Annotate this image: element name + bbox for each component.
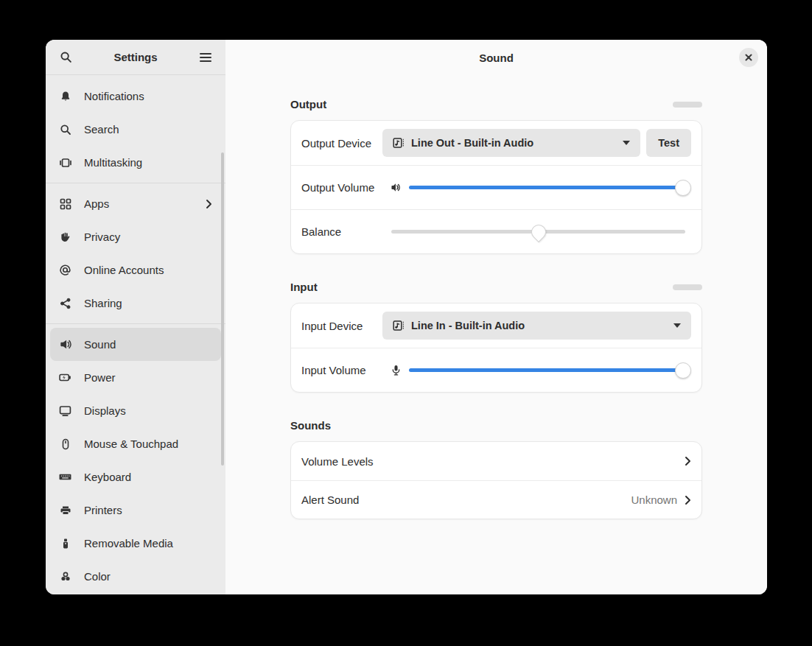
balance-handle[interactable]	[528, 221, 548, 242]
sidebar-item-keyboard[interactable]: Keyboard	[50, 460, 221, 494]
main-headerbar: Sound	[225, 40, 767, 75]
sidebar-title: Settings	[78, 51, 193, 63]
sidebar-item-notifications[interactable]: Notifications	[50, 80, 221, 113]
sidebar: Settings Notifications Search	[46, 40, 225, 594]
sidebar-item-label: Displays	[84, 404, 212, 417]
sidebar-item-color[interactable]: Color	[50, 560, 221, 593]
speaker-icon	[59, 338, 71, 351]
slider-fill	[409, 186, 683, 189]
close-button[interactable]	[739, 48, 758, 67]
sidebar-item-label: Online Accounts	[84, 264, 212, 276]
close-icon	[744, 53, 753, 62]
chevron-right-icon	[685, 495, 691, 505]
hamburger-icon	[200, 53, 211, 62]
input-card: Input Device Line In - Built-in Audio In…	[290, 303, 702, 393]
sounds-section-header: Sounds	[290, 419, 702, 432]
sidebar-item-label: Mouse & Touchpad	[84, 438, 212, 450]
sidebar-item-displays[interactable]: Displays	[50, 394, 221, 427]
printer-icon	[59, 504, 71, 516]
bell-icon	[59, 90, 71, 102]
sidebar-nav: Notifications Search Multitasking Apps	[46, 75, 225, 594]
sidebar-item-multitasking[interactable]: Multitasking	[50, 146, 221, 179]
sidebar-item-label: Apps	[84, 197, 193, 210]
audio-card-icon	[393, 320, 405, 331]
alert-sound-row[interactable]: Alert Sound Unknown	[291, 480, 701, 519]
mouse-icon	[59, 438, 71, 450]
sidebar-headerbar: Settings	[46, 40, 225, 75]
input-device-value: Line In - Built-in Audio	[411, 320, 667, 331]
output-card: Output Device Line Out - Built-in Audio …	[290, 120, 702, 254]
sidebar-scrollbar[interactable]	[221, 152, 224, 466]
output-device-dropdown[interactable]: Line Out - Built-in Audio	[382, 129, 640, 157]
search-icon	[59, 123, 71, 136]
input-device-row: Input Device Line In - Built-in Audio	[291, 303, 701, 348]
sidebar-separator	[46, 323, 225, 324]
volume-levels-row[interactable]: Volume Levels	[291, 442, 701, 480]
sidebar-item-sound[interactable]: Sound	[50, 328, 221, 361]
volume-high-icon	[382, 181, 409, 194]
sidebar-item-apps[interactable]: Apps	[50, 187, 221, 220]
input-level-meter	[673, 284, 702, 290]
sidebar-item-label: Removable Media	[84, 537, 212, 550]
output-section-header: Output	[290, 98, 702, 110]
chevron-right-icon	[685, 456, 691, 466]
input-volume-handle[interactable]	[675, 362, 691, 379]
input-volume-label: Input Volume	[301, 364, 382, 376]
input-device-label: Input Device	[301, 320, 382, 332]
input-device-dropdown[interactable]: Line In - Built-in Audio	[382, 312, 691, 340]
color-wheel-icon	[59, 570, 71, 583]
sounds-card: Volume Levels Alert Sound Unknown	[290, 441, 702, 519]
output-section-label: Output	[290, 98, 326, 110]
sounds-section-label: Sounds	[290, 419, 331, 432]
sidebar-item-power[interactable]: Power	[50, 361, 221, 394]
share-icon	[59, 297, 71, 309]
sidebar-item-online-accounts[interactable]: Online Accounts	[50, 253, 221, 287]
output-level-meter	[673, 102, 702, 108]
chevron-down-icon	[623, 141, 630, 145]
sidebar-item-label: Printers	[84, 504, 212, 516]
output-device-label: Output Device	[301, 137, 382, 150]
search-button[interactable]	[53, 45, 78, 70]
chevron-down-icon	[673, 323, 681, 328]
chevron-right-icon	[206, 199, 212, 209]
input-section-label: Input	[290, 281, 318, 293]
slider-fill	[409, 368, 683, 372]
sidebar-item-label: Privacy	[84, 231, 212, 243]
page-title: Sound	[479, 52, 514, 64]
balance-slider[interactable]	[391, 224, 685, 240]
sidebar-item-label: Keyboard	[84, 471, 212, 483]
apps-grid-icon	[59, 197, 71, 210]
sidebar-item-label: Multitasking	[84, 156, 212, 169]
output-device-row: Output Device Line Out - Built-in Audio …	[291, 121, 701, 165]
microphone-icon	[382, 365, 409, 376]
output-volume-slider[interactable]	[409, 180, 691, 196]
output-device-value: Line Out - Built-in Audio	[411, 137, 616, 149]
menu-button[interactable]	[193, 45, 218, 70]
sidebar-separator	[46, 183, 225, 183]
balance-row: Balance	[291, 209, 701, 253]
keyboard-icon	[59, 471, 71, 483]
output-volume-handle[interactable]	[675, 180, 691, 196]
audio-card-icon	[393, 137, 405, 149]
balance-label: Balance	[301, 225, 382, 238]
output-volume-label: Output Volume	[301, 181, 382, 194]
input-volume-row: Input Volume	[291, 348, 701, 392]
settings-window: Settings Notifications Search	[46, 40, 767, 594]
output-volume-row: Output Volume	[291, 165, 701, 209]
sidebar-item-search[interactable]: Search	[50, 113, 221, 146]
sound-content: Output Output Device Line Out - Built-in…	[290, 75, 702, 519]
usb-stick-icon	[59, 537, 71, 550]
sidebar-item-privacy[interactable]: Privacy	[50, 220, 221, 253]
sidebar-item-label: Color	[84, 570, 212, 583]
input-volume-slider[interactable]	[409, 362, 691, 379]
test-button[interactable]: Test	[646, 129, 691, 157]
input-section-header: Input	[290, 281, 702, 293]
alert-sound-value: Unknown	[631, 494, 677, 506]
sidebar-item-removable-media[interactable]: Removable Media	[50, 527, 221, 560]
sidebar-item-sharing[interactable]: Sharing	[50, 287, 221, 320]
sidebar-item-printers[interactable]: Printers	[50, 494, 221, 527]
sidebar-item-mouse-touchpad[interactable]: Mouse & Touchpad	[50, 427, 221, 460]
alert-sound-label: Alert Sound	[301, 494, 359, 506]
search-icon	[60, 51, 72, 63]
volume-levels-label: Volume Levels	[301, 455, 374, 468]
